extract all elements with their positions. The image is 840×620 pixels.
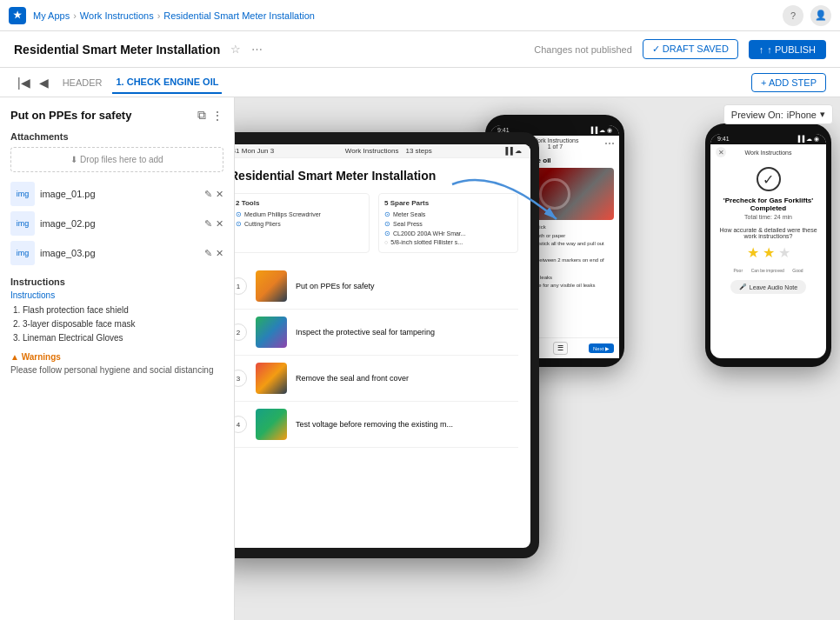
tablet-step-image-3	[256, 363, 287, 394]
draft-saved-button[interactable]: ✓ DRAFT SAVED	[643, 39, 738, 59]
instruction-item: Flash protection face shield	[23, 303, 223, 317]
attachments-label: Attachments	[10, 131, 223, 142]
tablet-tool-item: ⊙ Medium Phillips Screwdriver	[236, 210, 363, 218]
nav-first-button[interactable]: |◀	[14, 74, 34, 91]
drop-zone[interactable]: ⬇ Drop files here to add	[10, 147, 223, 172]
tablet-steps-list: 1 Put on PPEs for safety 2 Inspect the p…	[235, 263, 518, 448]
phone-center-more-button[interactable]: ⋯	[604, 137, 614, 150]
star-2[interactable]: ★	[763, 244, 775, 261]
completion-title: 'Precheck for Gas Forklifts' Completed	[717, 197, 819, 212]
breadcrumb-my-apps[interactable]: My Apps	[33, 10, 70, 21]
step-editor-title: Put on PPEs for safety	[10, 109, 131, 122]
step-nav: |◀ ◀ HEADER 1. CHECK ENGINE OIL + ADD ST…	[0, 68, 840, 97]
left-panel: Put on PPEs for safety ⧉ ⋮ Attachments ⬇…	[0, 97, 235, 620]
instructions-list: Flash protection face shield 3-layer dis…	[10, 303, 223, 345]
delete-attachment-1[interactable]: ✕	[216, 189, 223, 200]
phone-right-header-text: Work Instructions	[745, 150, 792, 156]
phone-right-screen: 9:41 ▐▐ ☁ ◉ ✕ Work Instructions ✓ 'Prech…	[710, 134, 826, 358]
tablet-step-num-3: 3	[235, 370, 247, 387]
tablet-doc-title: Residential Smart Meter Installation	[235, 169, 518, 183]
step-tab-1[interactable]: 1. CHECK ENGINE OIL	[112, 71, 222, 94]
phone-right-close-button[interactable]: ✕	[716, 147, 726, 157]
phone-center-toc-button[interactable]: ☰	[553, 342, 568, 355]
tablet-tools-header: 2 Tools	[236, 199, 363, 207]
tablet-content: Residential Smart Meter Installation 2 T…	[235, 158, 530, 458]
publish-button[interactable]: ↑ ↑ PUBLISH	[749, 40, 826, 59]
instructions-label: Instructions	[10, 277, 223, 287]
app-logo: ★	[9, 7, 26, 24]
breadcrumb-current: Residential Smart Meter Installation	[163, 10, 315, 21]
tablet-step-label-3: Remove the seal and front cover	[296, 374, 409, 383]
tablet-tool-item: ⊙ Cutting Pliers	[236, 220, 363, 228]
nav-prev-button[interactable]: ◀	[36, 74, 52, 91]
phone-right-nav-bar: ✕ Work Instructions	[710, 144, 826, 160]
attachment-item: img image_01.pg ✎ ✕	[10, 179, 223, 209]
step-nav-right: + ADD STEP	[751, 73, 826, 92]
device-selector[interactable]: Preview On: iPhone ▾	[723, 104, 833, 124]
tablet-step-image-2	[256, 317, 287, 348]
tablet-mockup: 9:41 Mon Jun 3 Work Instructions 13 step…	[235, 132, 539, 558]
tablet-part-item: ○ 5/8-inch slotted Fillister s...	[384, 239, 512, 245]
panel-action-icons: ⧉ ⋮	[197, 108, 223, 123]
publish-icon: ↑	[759, 44, 764, 55]
rating-question: How accurate & detailed were these work …	[717, 227, 819, 239]
star-3[interactable]: ★	[778, 244, 790, 261]
delete-attachment-2[interactable]: ✕	[216, 218, 223, 230]
preview-area: Preview On: iPhone ▾ 9:41 ▐▐ ☁ ◉	[235, 97, 840, 620]
edit-attachment-1[interactable]: ✎	[204, 189, 212, 200]
attachment-item: img image_03.pg ✎ ✕	[10, 238, 223, 268]
add-step-button[interactable]: + ADD STEP	[751, 73, 826, 92]
tablet-tools-row: 2 Tools ⊙ Medium Phillips Screwdriver ⊙ …	[235, 193, 518, 253]
user-avatar[interactable]: 👤	[810, 5, 831, 26]
star-1[interactable]: ★	[747, 244, 759, 261]
tablet-step-item[interactable]: 1 Put on PPEs for safety	[235, 263, 518, 310]
chevron-down-icon: ▾	[820, 109, 825, 120]
tablet-step-item[interactable]: 2 Inspect the protective seal for tamper…	[235, 310, 518, 356]
page-title: Residential Smart Meter Installation	[14, 43, 220, 57]
breadcrumb-work-instructions[interactable]: Work Instructions	[80, 10, 154, 21]
header-tab[interactable]: HEADER	[59, 72, 106, 93]
phone-center-next-button[interactable]: Next ▶	[589, 343, 614, 353]
tablet-step-item[interactable]: 3 Remove the seal and front cover	[235, 356, 518, 402]
copy-step-button[interactable]: ⧉	[197, 108, 206, 123]
warnings-label: ▲ Warnings	[10, 352, 223, 362]
attachment-thumb-1: img	[10, 182, 35, 206]
tablet-step-item[interactable]: 4 Test voltage before removing the exist…	[235, 402, 518, 448]
tablet-part-item: ⊙ CL200D 200A WHr Smar...	[384, 230, 512, 237]
toolbar: Residential Smart Meter Installation ☆ ⋯…	[0, 31, 840, 68]
rating-stars: ★ ★ ★	[747, 244, 790, 261]
top-bar-right: ? 👤	[783, 5, 831, 26]
tablet-tools-box: 2 Tools ⊙ Medium Phillips Screwdriver ⊙ …	[235, 193, 370, 253]
tablet-parts-box: 5 Spare Parts ⊙ Meter Seals ⊙ Seal Press…	[378, 193, 518, 253]
top-bar: ★ My Apps › Work Instructions › Resident…	[0, 0, 840, 31]
step-arrows: |◀ ◀	[14, 74, 52, 91]
tablet-step-label-2: Inspect the protective seal for tamperin…	[296, 328, 435, 337]
preview-label: Preview On:	[731, 110, 783, 120]
completion-checkmark: ✓	[757, 167, 781, 191]
phone-right-mockup: 9:41 ▐▐ ☁ ◉ ✕ Work Instructions ✓ 'Prech…	[705, 123, 831, 367]
attachment-thumb-3: img	[10, 241, 35, 265]
delete-attachment-3[interactable]: ✕	[216, 248, 223, 259]
instructions-sub-label: Instructions	[10, 290, 223, 300]
tablet-step-image-4	[256, 409, 287, 440]
tablet-step-num-4: 4	[235, 416, 247, 433]
star-icon[interactable]: ☆	[230, 43, 241, 56]
main-layout: Put on PPEs for safety ⧉ ⋮ Attachments ⬇…	[0, 97, 840, 620]
help-icon[interactable]: ?	[783, 5, 803, 26]
attachments-list: img image_01.pg ✎ ✕ img image_02.pg ✎ ✕ …	[10, 179, 223, 268]
tablet-parts-header: 5 Spare Parts	[384, 199, 512, 207]
edit-attachment-2[interactable]: ✎	[204, 218, 212, 230]
attachment-thumb-2: img	[10, 211, 35, 236]
publish-status: Changes not published	[534, 44, 632, 55]
edit-attachment-3[interactable]: ✎	[204, 248, 212, 259]
phone-right-status-bar: 9:41 ▐▐ ☁ ◉	[710, 134, 826, 144]
warnings-text: Please follow personal hygiene and socia…	[10, 364, 223, 377]
device-name: iPhone	[787, 110, 817, 120]
breadcrumb: My Apps › Work Instructions › Residentia…	[33, 10, 315, 21]
more-options-icon[interactable]: ⋯	[251, 43, 263, 56]
attachment-item: img image_02.pg ✎ ✕	[10, 209, 223, 238]
tablet-step-image-1	[256, 270, 287, 302]
tablet-step-num-2: 2	[235, 323, 247, 341]
leave-audio-note-button[interactable]: 🎤 Leave Audio Note	[730, 280, 806, 294]
delete-step-button[interactable]: ⋮	[211, 108, 223, 123]
